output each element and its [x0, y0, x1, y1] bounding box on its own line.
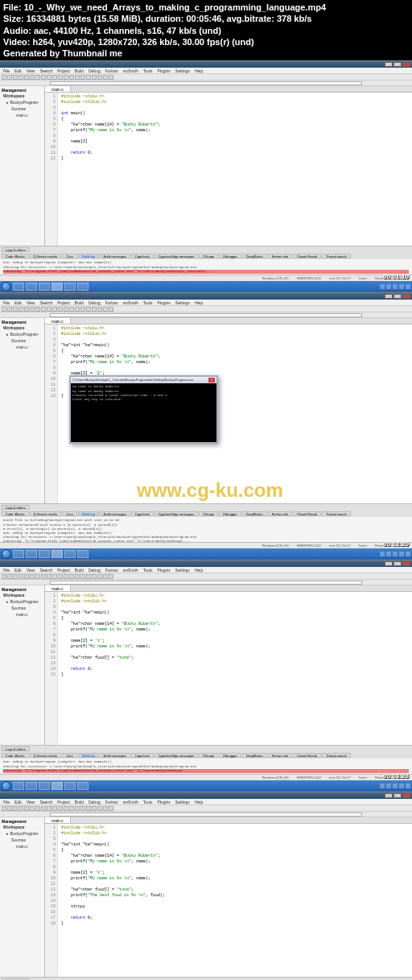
menu-edit[interactable]: Edit [14, 68, 22, 73]
toolbar-button[interactable] [86, 574, 91, 579]
toolbar-button[interactable] [64, 307, 68, 312]
bottom-tab[interactable]: Thread search [322, 254, 351, 258]
toolbar-button[interactable] [109, 574, 113, 579]
sidebar-management[interactable]: Management Workspace ▸ BuckysProgram Sou… [0, 318, 45, 503]
menu-wxsmith[interactable]: wxSmith [123, 568, 138, 573]
menu-fortran[interactable]: Fortran [105, 68, 118, 73]
toolbar-button[interactable] [7, 574, 12, 579]
bottom-tab[interactable]: Code::Blocks [2, 753, 29, 758]
bottom-tab[interactable]: DoxyBlocks [242, 254, 267, 258]
bottom-tab[interactable]: Closed Result [293, 511, 321, 516]
task-app-icon[interactable] [64, 550, 76, 558]
code-editor[interactable]: 123456789101112131415161718 #include <st… [45, 824, 412, 977]
tree-workspace[interactable]: Workspace [2, 93, 43, 99]
code-content[interactable]: #include <stdio.h>#include <stdlib.h>"kw… [58, 592, 412, 745]
menu-settings[interactable]: Settings [175, 568, 190, 573]
toolbar-button[interactable] [97, 75, 102, 80]
code-line[interactable] [61, 899, 409, 904]
toolbar-button[interactable] [58, 574, 63, 579]
code-line[interactable] [61, 105, 409, 111]
menu-file[interactable]: File [3, 568, 10, 573]
logs-others-tab[interactable]: Logs & others [2, 505, 30, 510]
tray-icon[interactable] [386, 784, 391, 788]
menu-wxsmith[interactable]: wxSmith [123, 300, 138, 305]
code-line[interactable]: printf("My name is %s \n", name); [61, 360, 409, 366]
bottom-tab[interactable]: Cccc [62, 511, 77, 516]
bottom-tab[interactable]: Debugger [219, 753, 241, 758]
toolbar-button[interactable] [35, 75, 40, 80]
bottom-tab[interactable]: DoxyBlocks [242, 753, 267, 758]
menu-project[interactable]: Project [57, 568, 70, 573]
task-app-icon[interactable] [64, 782, 76, 790]
toolbar-button[interactable] [92, 75, 97, 80]
menu-plugins[interactable]: Plugins [157, 568, 170, 573]
window-titlebar[interactable] [0, 61, 412, 68]
window-titlebar[interactable] [0, 792, 412, 799]
toolbar-button[interactable] [35, 307, 40, 312]
menu-file[interactable]: File [3, 800, 10, 804]
bottom-tab[interactable]: CppcheckSpp messages [154, 753, 198, 758]
maximize-button[interactable] [393, 793, 402, 798]
bottom-tab[interactable]: Build messages [100, 753, 130, 758]
code-line[interactable]: "kw">char food[] = "tuna"; [61, 655, 409, 661]
sidebar-management[interactable]: Management Workspace ▸ BuckysProgram Sou… [0, 585, 45, 745]
toolbar-button[interactable] [80, 806, 85, 811]
task-explorer-icon[interactable] [26, 782, 37, 790]
toolbar-button[interactable] [58, 806, 63, 811]
task-codeblocks-icon[interactable] [52, 782, 63, 790]
code-line[interactable]: #include <stdlib.h> [61, 599, 409, 605]
menu-debug[interactable]: Debug [89, 300, 101, 305]
task-codeblocks-icon[interactable] [52, 550, 63, 558]
menu-plugins[interactable]: Plugins [157, 800, 170, 804]
code-line[interactable]: name[2] [61, 139, 409, 145]
toolbar-button[interactable] [103, 75, 108, 80]
code-line[interactable] [61, 882, 409, 887]
tree-workspace[interactable]: Workspace [2, 592, 43, 598]
toolbar-button[interactable] [13, 574, 18, 579]
sidebar-management[interactable]: Management Workspace ▸ BuckysProgram Sou… [0, 86, 45, 246]
bottom-tab[interactable]: Build messages [100, 254, 130, 258]
symbol-path-input[interactable] [50, 813, 362, 817]
toolbar-button[interactable] [69, 75, 74, 80]
toolbar-button[interactable] [13, 75, 18, 80]
code-line[interactable]: { [61, 848, 409, 854]
code-line[interactable]: } [61, 921, 409, 927]
menu-tools[interactable]: Tools [143, 800, 153, 804]
tree-folder[interactable]: Sources [2, 837, 43, 843]
toolbar-button[interactable] [30, 806, 35, 811]
code-line[interactable]: return 0; [61, 916, 409, 921]
code-line[interactable]: { [61, 117, 409, 122]
code-line[interactable]: printf("My name is %s \n", name); [61, 128, 409, 134]
toolbar-button[interactable] [2, 307, 6, 312]
menu-tools[interactable]: Tools [143, 568, 153, 573]
toolbar-button[interactable] [30, 307, 35, 312]
close-button[interactable] [402, 561, 410, 566]
system-tray[interactable] [380, 552, 410, 556]
tree-project[interactable]: ▸ BuckysProgram [2, 99, 43, 105]
menu-help[interactable]: Help [195, 300, 203, 305]
code-line[interactable]: printf("My name is %s \n", name); [61, 627, 409, 633]
menu-debug[interactable]: Debug [89, 68, 101, 73]
menu-search[interactable]: Search [39, 300, 52, 305]
menu-debug[interactable]: Debug [89, 800, 101, 804]
bottom-tab[interactable]: Build log [78, 511, 98, 516]
toolbar-button[interactable] [35, 806, 40, 811]
task-console-icon[interactable] [77, 550, 89, 558]
bottom-tab[interactable]: Cccc [62, 753, 77, 758]
minimize-button[interactable] [385, 561, 393, 566]
bottom-tab[interactable]: Q Search results [30, 254, 62, 258]
tray-icon[interactable] [393, 784, 398, 788]
bottom-tab[interactable]: CScope [199, 254, 218, 258]
menu-wxsmith[interactable]: wxSmith [123, 800, 138, 804]
code-line[interactable]: } [61, 672, 409, 678]
toolbar-button[interactable] [86, 307, 91, 312]
toolbar-button[interactable] [24, 75, 29, 80]
toolbar-button[interactable] [24, 574, 29, 579]
toolbar-button[interactable] [86, 806, 91, 811]
menu-build[interactable]: Build [75, 800, 84, 804]
code-line[interactable]: int main() [61, 111, 409, 117]
bottom-tab[interactable]: CppcheckSpp messages [154, 511, 198, 516]
tray-icon[interactable] [399, 784, 404, 788]
toolbar-button[interactable] [97, 574, 102, 579]
task-console-icon[interactable] [77, 283, 89, 291]
